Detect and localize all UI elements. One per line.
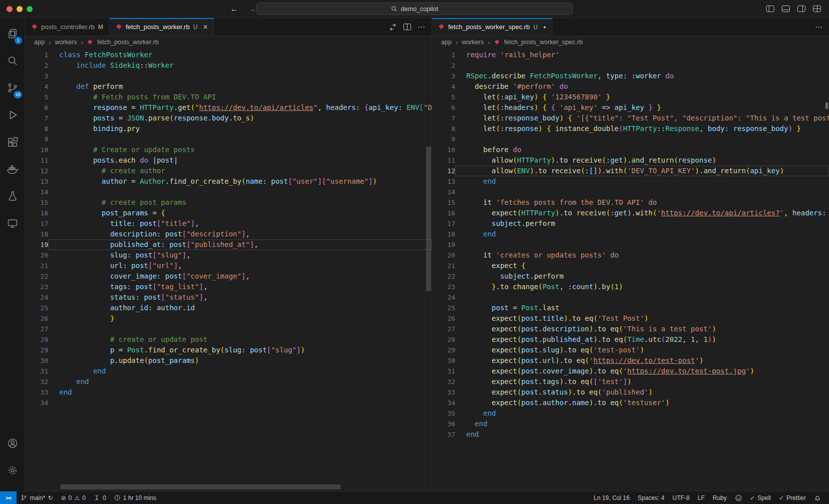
code-line-30[interactable]: 30 p.update(post_params) [25, 355, 432, 366]
line-number[interactable]: 35 [432, 408, 455, 419]
code-line-5[interactable]: 5 # Fetch posts from DEV.TO API [25, 92, 432, 102]
line-number[interactable]: 20 [25, 250, 48, 261]
split-editor-icon[interactable] [403, 24, 411, 30]
line-number[interactable]: 6 [432, 102, 455, 113]
line-number[interactable]: 26 [25, 313, 48, 324]
line-number[interactable]: 33 [432, 387, 455, 398]
tab-fetch-posts-worker[interactable]: fetch_posts_worker.rb U × [110, 18, 214, 36]
code-line-15[interactable]: 15 # create post params [25, 197, 432, 208]
line-number[interactable]: 34 [432, 398, 455, 408]
code-line-18[interactable]: 18 description: post["description"], [25, 229, 432, 239]
line-number[interactable]: 11 [25, 155, 48, 166]
unsaved-dot-icon[interactable]: ● [543, 25, 546, 30]
language-mode-item[interactable]: Ruby [708, 494, 731, 501]
line-number[interactable]: 10 [25, 145, 48, 155]
code-line-32[interactable]: 32 end [25, 376, 432, 387]
code-line-32[interactable]: 32 expect(post.tags).to eq(['test']) [432, 376, 829, 387]
remote-explorer-icon[interactable] [1, 212, 25, 235]
code-line-25[interactable]: 25 post = Post.last [432, 303, 829, 313]
prettier-item[interactable]: ✓ Prettier [775, 494, 810, 501]
cursor-position-item[interactable]: Ln 19, Col 16 [590, 494, 634, 501]
code-line-10[interactable]: 10 before do [432, 145, 829, 155]
code-line-14[interactable]: 14 [25, 187, 432, 197]
more-actions-icon[interactable]: ⋯ [418, 23, 426, 32]
line-number[interactable]: 3 [25, 71, 48, 81]
command-center-search[interactable]: demo_copilot [256, 3, 573, 15]
code-line-11[interactable]: 11 allow(HTTParty).to receive(:get).and_… [432, 155, 829, 166]
line-number[interactable]: 10 [432, 145, 455, 155]
spell-checker-item[interactable]: ✓ Spell [746, 494, 775, 501]
code-line-20[interactable]: 20 it 'creates or updates posts' do [432, 250, 829, 261]
line-number[interactable]: 5 [25, 92, 48, 102]
line-number[interactable]: 25 [432, 303, 455, 313]
code-line-12[interactable]: 12 allow(ENV).to receive(:[]).with('DEV_… [432, 166, 829, 176]
code-line-5[interactable]: 5 let(:api_key) { '1234567890' } [432, 92, 829, 102]
line-number[interactable]: 37 [432, 429, 455, 440]
line-number[interactable]: 24 [432, 292, 455, 303]
open-changes-icon[interactable] [389, 23, 397, 31]
code-line-24[interactable]: 24 status: post["status"], [25, 292, 432, 303]
code-line-30[interactable]: 30 expect(post.url).to eq('https://dev.t… [432, 355, 829, 366]
code-line-16[interactable]: 16 post_params = { [25, 208, 432, 218]
breadcrumb-item[interactable]: workers [55, 39, 77, 46]
code-line-1[interactable]: 1require 'rails_helper' [432, 50, 829, 60]
breadcrumb-item[interactable]: app [34, 39, 45, 46]
code-line-27[interactable]: 27 expect(post.description).to eq('This … [432, 324, 829, 334]
sync-icon[interactable]: ↻ [48, 495, 53, 501]
line-number[interactable]: 8 [432, 123, 455, 134]
line-number[interactable]: 30 [25, 355, 48, 366]
code-line-26[interactable]: 26 } [25, 313, 432, 324]
timer-item[interactable]: 1 hr 10 mins [110, 494, 160, 501]
code-line-17[interactable]: 17 subject.perform [432, 218, 829, 229]
line-number[interactable]: 34 [25, 398, 48, 408]
vertical-scrollbar[interactable] [426, 147, 431, 291]
code-line-8[interactable]: 8 binding.pry [25, 123, 432, 134]
code-line-23[interactable]: 23 tags: post["tag_list"], [25, 282, 432, 292]
line-number[interactable]: 21 [25, 261, 48, 271]
code-line-12[interactable]: 12 # create author [25, 166, 432, 176]
code-line-18[interactable]: 18 end [432, 229, 829, 239]
code-line-16[interactable]: 16 expect(HTTParty).to receive(:get).wit… [432, 208, 829, 218]
toggle-secondary-sidebar-icon[interactable] [797, 6, 805, 12]
code-line-29[interactable]: 29 p = Post.find_or_create_by(slug: post… [25, 345, 432, 355]
line-number[interactable]: 29 [25, 345, 48, 355]
toggle-primary-sidebar-icon[interactable] [766, 6, 774, 12]
code-line-25[interactable]: 25 author_id: author.id [25, 303, 432, 313]
line-number[interactable]: 18 [25, 229, 48, 239]
line-number[interactable]: 15 [432, 197, 455, 208]
line-number[interactable]: 13 [432, 176, 455, 187]
code-line-6[interactable]: 6 response = HTTParty.get("https://dev.t… [25, 102, 432, 113]
line-number[interactable]: 22 [25, 271, 48, 282]
remote-indicator[interactable]: >< [0, 491, 17, 504]
code-line-8[interactable]: 8 let(:response) { instance_double(HTTPa… [432, 123, 829, 134]
code-line-21[interactable]: 21 url: post["url"], [25, 261, 432, 271]
line-number[interactable]: 24 [25, 292, 48, 303]
line-number[interactable]: 21 [432, 261, 455, 271]
run-debug-icon[interactable] [1, 103, 25, 127]
code-line-19[interactable]: 19 published_at: post["published_at"], [25, 239, 432, 250]
encoding-item[interactable]: UTF-8 [668, 494, 693, 501]
macos-close-button[interactable] [7, 6, 13, 12]
code-line-1[interactable]: 1class FetchPostsWorker [25, 50, 432, 60]
code-line-2[interactable]: 2 [432, 60, 829, 71]
tab-posts-controller[interactable]: posts_controller.rb M [25, 18, 110, 36]
code-line-26[interactable]: 26 expect(post.title).to eq('Test Post') [432, 313, 829, 324]
forward-icon[interactable]: → [248, 5, 256, 14]
docker-icon[interactable] [1, 158, 25, 181]
code-line-35[interactable]: 35 end [432, 408, 829, 419]
code-line-6[interactable]: 6 let(:headers) { { 'api_key' => api_key… [432, 102, 829, 113]
line-number[interactable]: 18 [432, 229, 455, 239]
line-number[interactable]: 14 [25, 187, 48, 197]
line-number[interactable]: 17 [25, 218, 48, 229]
line-number[interactable]: 4 [25, 81, 48, 92]
breadcrumb-item[interactable]: fetch_posts_worker_spec.rb [504, 39, 582, 46]
code-line-3[interactable]: 3 [25, 71, 432, 81]
code-line-21[interactable]: 21 expect { [432, 261, 829, 271]
settings-gear-icon[interactable] [1, 459, 25, 482]
line-number[interactable]: 17 [432, 218, 455, 229]
extensions-icon[interactable] [1, 131, 25, 154]
line-number[interactable]: 19 [432, 239, 455, 250]
macos-zoom-button[interactable] [27, 6, 33, 12]
line-number[interactable]: 28 [25, 334, 48, 345]
code-line-13[interactable]: 13 end [432, 176, 829, 187]
